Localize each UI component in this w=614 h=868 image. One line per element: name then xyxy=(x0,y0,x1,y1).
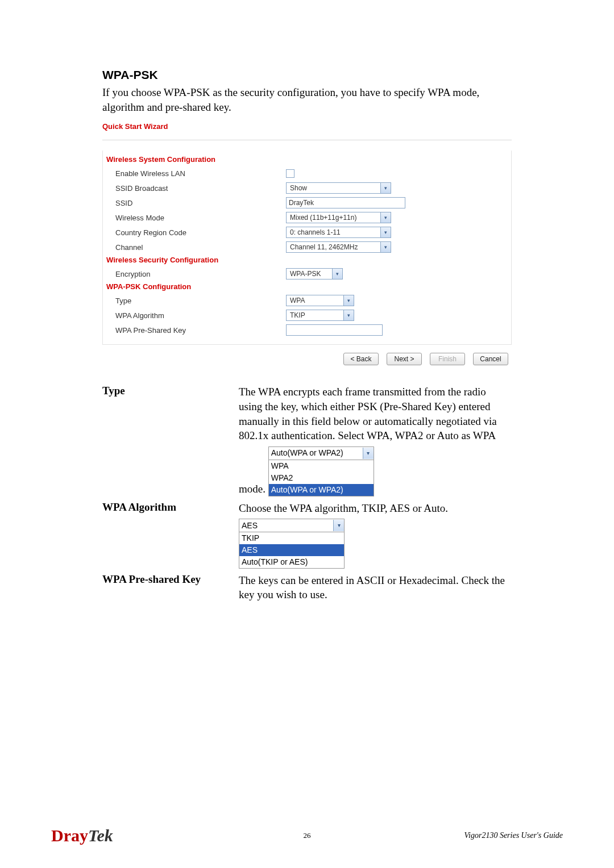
label-type: Type xyxy=(103,297,286,305)
dropdown-option[interactable]: Auto(WPA or WPA2) xyxy=(269,484,374,496)
select-value: Channel 11, 2462MHz xyxy=(289,242,380,252)
def-term-type: Type xyxy=(102,385,239,496)
intro-text: If you choose WPA-PSK as the security co… xyxy=(102,85,512,114)
wizard-title: Quick Start Wizard xyxy=(102,122,512,131)
label-ssid: SSID xyxy=(103,199,286,207)
chevron-down-icon: ▾ xyxy=(380,227,391,237)
select-type[interactable]: WPA ▾ xyxy=(286,295,354,306)
guide-title: Vigor2130 Series User's Guide xyxy=(464,831,563,840)
dropdown-option[interactable]: WPA xyxy=(269,460,374,472)
next-button[interactable]: Next > xyxy=(387,353,422,365)
def-term-key: WPA Pre-shared Key xyxy=(102,573,239,602)
page-title: WPA-PSK xyxy=(102,68,512,82)
dropdown-selected: AES xyxy=(239,520,333,531)
page-footer: DrayTek 26 Vigor2130 Series User's Guide xyxy=(0,826,614,845)
chevron-down-icon: ▾ xyxy=(343,310,354,320)
select-wireless-mode[interactable]: Mixed (11b+11g+11n) ▾ xyxy=(286,212,391,223)
select-value: WPA xyxy=(289,295,343,306)
section-head-security: Wireless Security Configuration xyxy=(103,254,511,266)
select-value: WPA-PSK xyxy=(289,269,332,279)
chevron-down-icon: ▾ xyxy=(343,295,354,306)
dropdown-option[interactable]: Auto(TKIP or AES) xyxy=(239,556,344,568)
dropdown-type-example: Auto(WPA or WPA2) ▾ WPAWPA2Auto(WPA or W… xyxy=(268,446,374,496)
select-value: Show xyxy=(289,183,380,193)
label-enable-wlan: Enable Wireless LAN xyxy=(103,169,286,178)
label-channel: Channel xyxy=(103,243,286,252)
label-preshared-key: WPA Pre-Shared Key xyxy=(103,326,286,335)
label-region-code: Country Region Code xyxy=(103,228,286,237)
checkbox-enable-wlan[interactable] xyxy=(286,169,294,178)
select-channel[interactable]: Channel 11, 2462MHz ▾ xyxy=(286,241,391,253)
divider xyxy=(102,140,512,140)
def-body-key: The keys can be entered in ASCII or Hexa… xyxy=(239,574,505,601)
cancel-button[interactable]: Cancel xyxy=(473,353,508,365)
label-wireless-mode: Wireless Mode xyxy=(103,214,286,222)
finish-button: Finish xyxy=(430,353,465,365)
back-button[interactable]: < Back xyxy=(343,353,379,365)
chevron-down-icon: ▾ xyxy=(380,242,391,252)
select-value: Mixed (11b+11g+11n) xyxy=(289,212,380,223)
def-term-algorithm: WPA Algorithm xyxy=(102,501,239,569)
dropdown-option[interactable]: TKIP xyxy=(239,532,344,544)
label-wpa-algorithm: WPA Algorithm xyxy=(103,311,286,320)
dropdown-option[interactable]: AES xyxy=(239,544,344,556)
dropdown-algorithm-example: AES ▾ TKIPAESAuto(TKIP or AES) xyxy=(239,519,345,569)
brand-part2: Tek xyxy=(88,826,113,845)
chevron-down-icon: ▾ xyxy=(380,212,391,223)
input-ssid[interactable] xyxy=(286,197,405,208)
section-head-system: Wireless System Configuration xyxy=(103,154,511,166)
page-number: 26 xyxy=(304,831,311,840)
chevron-down-icon: ▾ xyxy=(380,183,391,193)
select-region-code[interactable]: 0: channels 1-11 ▾ xyxy=(286,227,391,238)
dropdown-selected: Auto(WPA or WPA2) xyxy=(269,448,363,458)
brand-logo: DrayTek xyxy=(51,826,113,845)
chevron-down-icon: ▾ xyxy=(363,448,374,459)
brand-part1: Dray xyxy=(51,826,88,845)
select-ssid-broadcast[interactable]: Show ▾ xyxy=(286,182,391,194)
label-encryption: Encryption xyxy=(103,270,286,278)
label-ssid-broadcast: SSID Broadcast xyxy=(103,184,286,193)
def-body-algorithm: Choose the WPA algorithm, TKIP, AES or A… xyxy=(239,502,448,514)
chevron-down-icon: ▾ xyxy=(333,520,344,531)
select-encryption[interactable]: WPA-PSK ▾ xyxy=(286,268,343,279)
dropdown-option[interactable]: WPA2 xyxy=(269,472,374,484)
input-preshared-key[interactable] xyxy=(286,324,383,336)
section-head-psk: WPA-PSK Configuration xyxy=(103,281,511,293)
button-row: < Back Next > Finish Cancel xyxy=(102,353,512,365)
select-value: TKIP xyxy=(289,310,343,320)
wizard-screenshot: Quick Start Wizard Wireless System Confi… xyxy=(102,122,512,365)
chevron-down-icon: ▾ xyxy=(332,269,342,279)
select-value: 0: channels 1-11 xyxy=(289,227,380,237)
select-wpa-algorithm[interactable]: TKIP ▾ xyxy=(286,310,354,321)
